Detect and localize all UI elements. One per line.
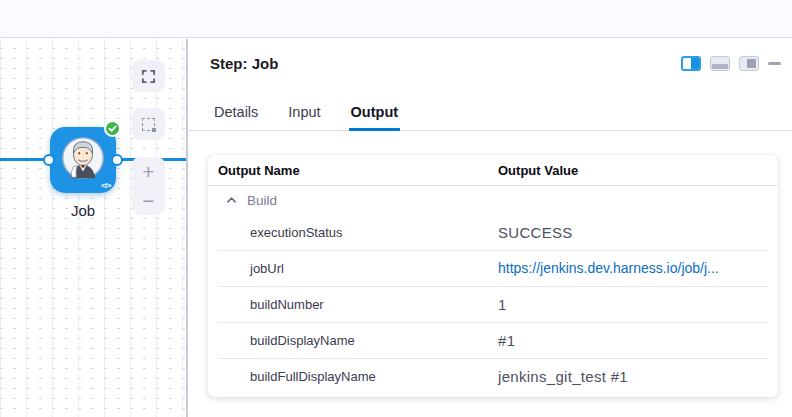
tab-details[interactable]: Details bbox=[212, 96, 260, 131]
node-label: Job bbox=[20, 202, 146, 219]
step-details-panel: Step: Job Details Input Output Output Na… bbox=[188, 39, 792, 417]
panel-title: Step: Job bbox=[210, 55, 278, 72]
output-value: SUCCESS bbox=[498, 224, 573, 241]
output-value-link[interactable]: https://jenkins.dev.harness.io/job/j... bbox=[498, 260, 719, 276]
minimize-panel-icon[interactable] bbox=[768, 62, 781, 65]
chevron-up-icon[interactable] bbox=[226, 195, 237, 206]
table-header: Output Name Output Value bbox=[208, 155, 778, 186]
tab-output[interactable]: Output bbox=[349, 96, 401, 131]
output-name: buildNumber bbox=[208, 297, 498, 312]
output-table-card: Output Name Output Value Build execution… bbox=[208, 155, 778, 397]
canvas-select-button[interactable] bbox=[132, 108, 165, 140]
output-value: jenkins_git_test #1 bbox=[498, 368, 628, 385]
output-name: executionStatus bbox=[208, 225, 498, 240]
table-row: buildFullDisplayName jenkins_git_test #1 bbox=[208, 358, 778, 394]
output-name: buildDisplayName bbox=[208, 333, 498, 348]
fullscreen-icon bbox=[141, 69, 156, 84]
tab-input[interactable]: Input bbox=[286, 96, 322, 131]
zoom-out-button[interactable]: − bbox=[132, 186, 165, 215]
output-name: buildFullDisplayName bbox=[208, 369, 498, 384]
layout-overlay-view-icon[interactable] bbox=[739, 56, 759, 71]
code-icon: </> bbox=[101, 181, 111, 190]
table-row: buildDisplayName #1 bbox=[208, 322, 778, 358]
output-value: #1 bbox=[498, 332, 515, 349]
table-group-row-build[interactable]: Build bbox=[208, 186, 778, 214]
output-value: 1 bbox=[498, 296, 507, 313]
panel-actions bbox=[681, 56, 781, 71]
success-check-icon bbox=[104, 120, 121, 137]
jenkins-butler-icon bbox=[60, 135, 106, 181]
marquee-select-icon bbox=[142, 118, 155, 131]
canvas-fullscreen-button[interactable] bbox=[132, 60, 165, 92]
output-name: jobUrl bbox=[208, 261, 498, 276]
canvas-zoom-controls: + − bbox=[132, 157, 165, 215]
top-header-strip bbox=[0, 0, 792, 38]
group-label: Build bbox=[247, 193, 277, 208]
column-header-output-name: Output Name bbox=[208, 163, 498, 178]
node-port-right[interactable] bbox=[111, 154, 123, 166]
pipeline-canvas[interactable]: </> Job + − bbox=[0, 39, 186, 417]
zoom-in-button[interactable]: + bbox=[132, 157, 165, 186]
step-tabs: Details Input Output bbox=[188, 96, 792, 131]
table-row: jobUrl https://jenkins.dev.harness.io/jo… bbox=[208, 250, 778, 286]
layout-bottom-view-icon[interactable] bbox=[710, 56, 730, 71]
layout-right-view-icon[interactable] bbox=[681, 56, 701, 71]
column-header-output-value: Output Value bbox=[498, 163, 578, 178]
table-row: buildNumber 1 bbox=[208, 286, 778, 322]
node-port-left[interactable] bbox=[43, 154, 55, 166]
table-row: executionStatus SUCCESS bbox=[208, 214, 778, 250]
pipeline-step-node-job[interactable]: </> bbox=[50, 127, 116, 193]
